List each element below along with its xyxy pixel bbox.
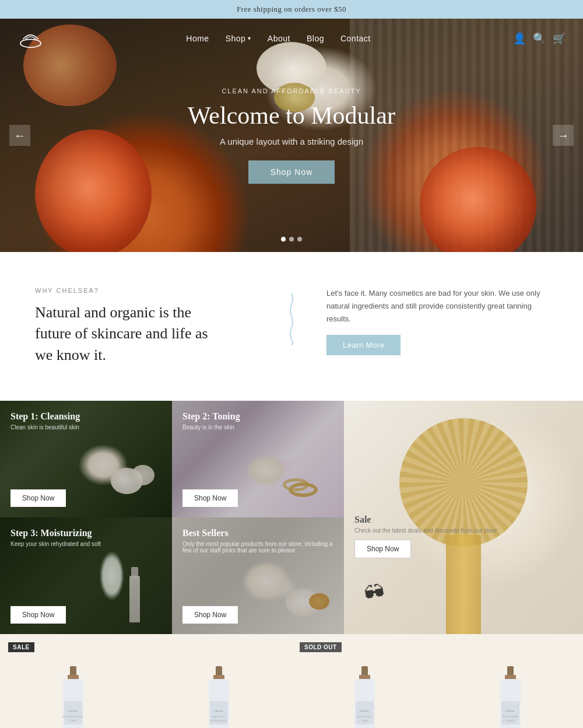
logo-icon xyxy=(17,28,44,48)
toning-content: Step 2: Toning Beauty is in the skin Sho… xyxy=(172,401,344,517)
svg-text:TONER: TONER xyxy=(69,720,76,722)
hero-content: CLEAN AND AFFORDABLE BEAUTY Welcome to M… xyxy=(188,88,395,184)
header: Home Shop ▾ About Blog Contact 👤 🔍 🛒 xyxy=(0,19,583,58)
banner-text: Free shipping on orders over $50 xyxy=(237,5,346,13)
arrow-right-icon: → xyxy=(557,129,569,142)
bottle-svg-1: Chelsea. ALOE BRIGHTENING TONER xyxy=(57,666,89,728)
grid-item-toning: Step 2: Toning Beauty is in the skin Sho… xyxy=(172,401,344,517)
grid-item-sale: 🕶 Sale Check out the latest deals and di… xyxy=(344,401,583,634)
svg-rect-23 xyxy=(505,675,516,680)
product-grid-section: SALE Chelsea. ALOE BRIGHTENING TONER Che… xyxy=(0,634,583,728)
grid-left: Step 1: Cleansing Clean skin is beautifu… xyxy=(0,401,344,634)
nav-home[interactable]: Home xyxy=(186,34,209,43)
cleansing-shop-button[interactable]: Shop Now xyxy=(10,489,66,507)
why-description: Let's face it. Many cosmetics are bad fo… xyxy=(326,287,548,326)
account-icon[interactable]: 👤 xyxy=(513,32,526,45)
sunglasses-decoration: 🕶 xyxy=(363,579,387,606)
svg-rect-16 xyxy=(359,675,370,680)
svg-text:TONER: TONER xyxy=(360,720,368,722)
why-left-col: WHY CHELSEA? Natural and organic is the … xyxy=(35,287,257,366)
hero-dot-2[interactable] xyxy=(289,237,294,242)
product-badge-sale: SALE xyxy=(8,642,34,652)
cleansing-title: Step 1: Cleansing xyxy=(10,411,161,422)
product-card-1: SALE Chelsea. ALOE BRIGHTENING TONER xyxy=(0,634,146,728)
toning-shop-button[interactable]: Shop Now xyxy=(182,489,238,507)
cleansing-content: Step 1: Cleansing Clean skin is beautifu… xyxy=(0,401,172,517)
header-icons: 👤 🔍 🛒 xyxy=(513,32,566,45)
squiggle-icon xyxy=(288,293,295,345)
grid-item-cleansing: Step 1: Cleansing Clean skin is beautifu… xyxy=(0,401,172,517)
hero-dot-1[interactable] xyxy=(281,237,286,242)
bestsellers-title: Best Sellers xyxy=(182,528,333,538)
svg-text:Chelsea.: Chelsea. xyxy=(213,709,223,712)
svg-text:HYDRATING MIST: HYDRATING MIST xyxy=(210,720,228,722)
why-divider xyxy=(280,287,303,345)
hero-subtitle: CLEAN AND AFFORDABLE BEAUTY xyxy=(188,88,395,94)
logo[interactable] xyxy=(17,28,44,48)
nav-contact[interactable]: Contact xyxy=(340,34,371,43)
cleansing-desc: Clean skin is beautiful skin xyxy=(10,424,161,430)
why-right-col: Let's face it. Many cosmetics are bad fo… xyxy=(326,287,548,355)
svg-text:ESSENCE: ESSENCE xyxy=(505,720,515,722)
svg-text:Chelsea.: Chelsea. xyxy=(68,709,78,712)
sale-desc: Check out the latest deals and discounts… xyxy=(354,527,497,534)
why-tag: WHY CHELSEA? xyxy=(35,287,257,294)
moisturizing-content: Step 3: Moisturizing Keep your skin rehy… xyxy=(0,517,172,634)
hero-description: A unique layout with a striking design xyxy=(188,136,395,146)
svg-text:Chelsea.: Chelsea. xyxy=(359,709,369,712)
nav-shop[interactable]: Shop ▾ xyxy=(226,34,251,43)
product-image-4: Chelsea. GENTLE FACIAL ESSENCE xyxy=(437,634,583,728)
nav-about[interactable]: About xyxy=(268,34,290,43)
hero-dot-3[interactable] xyxy=(297,237,302,242)
toning-title: Step 2: Toning xyxy=(182,411,333,422)
bestsellers-shop-button[interactable]: Shop Now xyxy=(182,606,238,624)
bottle-svg-3: Chelsea. GEL CONTROL TONER xyxy=(349,666,381,728)
fruit-left xyxy=(35,130,152,252)
svg-rect-2 xyxy=(68,675,79,680)
svg-point-0 xyxy=(20,39,41,47)
bestsellers-content: Best Sellers Only the most popular produ… xyxy=(172,517,344,634)
svg-text:GEL CONTROL: GEL CONTROL xyxy=(357,716,371,718)
hero-prev-button[interactable]: ← xyxy=(9,125,30,146)
product-card-3: SOLD OUT Chelsea. GEL CONTROL TONER xyxy=(292,634,437,728)
why-title: Natural and organic is the future of ski… xyxy=(35,302,222,366)
svg-text:HYALURONIC: HYALURONIC xyxy=(212,716,225,718)
svg-text:ALOE BRIGHTENING: ALOE BRIGHTENING xyxy=(62,716,83,718)
promo-banner: Free shipping on orders over $50 xyxy=(0,0,583,19)
learn-more-button[interactable]: Learn More xyxy=(326,335,401,355)
svg-text:GENTLE FACIAL: GENTLE FACIAL xyxy=(502,716,518,718)
hero-cta-button[interactable]: Shop Now xyxy=(248,160,335,184)
nav-blog[interactable]: Blog xyxy=(307,34,324,43)
chevron-down-icon: ▾ xyxy=(248,35,251,41)
product-badge-sold-out: SOLD OUT xyxy=(300,642,342,652)
bottle-svg-4: Chelsea. GENTLE FACIAL ESSENCE xyxy=(494,666,526,728)
sale-shop-button[interactable]: Shop Now xyxy=(354,540,411,558)
main-nav: Home Shop ▾ About Blog Contact xyxy=(186,34,370,43)
why-section: WHY CHELSEA? Natural and organic is the … xyxy=(0,252,583,401)
arrow-left-icon: ← xyxy=(14,129,26,142)
svg-rect-9 xyxy=(213,675,224,680)
hero-pagination xyxy=(281,237,302,242)
product-card-4: Chelsea. GENTLE FACIAL ESSENCE xyxy=(437,634,583,728)
product-card-2: Chelsea. HYALURONIC HYDRATING MIST xyxy=(146,634,292,728)
product-image-2: Chelsea. HYALURONIC HYDRATING MIST xyxy=(146,634,292,728)
sale-content: Sale Check out the latest deals and disc… xyxy=(354,514,497,558)
search-icon[interactable]: 🔍 xyxy=(533,32,546,45)
hero-title: Welcome to Modular xyxy=(188,102,395,130)
moisturizing-title: Step 3: Moisturizing xyxy=(10,528,161,538)
cart-icon[interactable]: 🛒 xyxy=(553,32,566,45)
bestsellers-desc: Only the most popular products from our … xyxy=(182,541,333,554)
grid-item-moisturizing: Step 3: Moisturizing Keep your skin rehy… xyxy=(0,517,172,634)
sale-title: Sale xyxy=(354,514,497,525)
grid-item-bestsellers: Best Sellers Only the most popular produ… xyxy=(172,517,344,634)
hero-next-button[interactable]: → xyxy=(553,125,574,146)
image-grid-section: Step 1: Cleansing Clean skin is beautifu… xyxy=(0,401,583,634)
svg-text:Chelsea.: Chelsea. xyxy=(505,709,515,712)
toning-desc: Beauty is in the skin xyxy=(182,424,333,430)
moisturizing-desc: Keep your skin rehydrated and soft xyxy=(10,541,161,547)
bottle-svg-2: Chelsea. HYALURONIC HYDRATING MIST xyxy=(203,666,235,728)
hero-section: Home Shop ▾ About Blog Contact 👤 🔍 🛒 CLE… xyxy=(0,19,583,252)
moisturizing-shop-button[interactable]: Shop Now xyxy=(10,606,66,624)
